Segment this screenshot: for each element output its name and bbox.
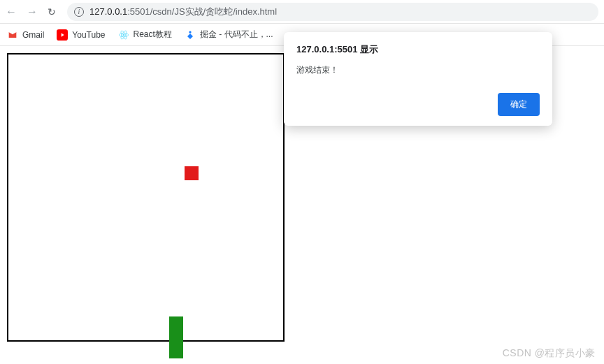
url-path: :5501/csdn/JS实战/贪吃蛇/index.html bbox=[127, 6, 277, 17]
react-icon bbox=[118, 29, 129, 41]
bookmark-react[interactable]: React教程 bbox=[118, 29, 172, 41]
url-host: 127.0.0.1 bbox=[89, 6, 127, 17]
bookmark-label: Gmail bbox=[22, 30, 44, 40]
back-button[interactable]: ← bbox=[6, 6, 17, 18]
url-text: 127.0.0.1:5501/csdn/JS实战/贪吃蛇/index.html bbox=[89, 6, 277, 18]
alert-actions: 确定 bbox=[296, 93, 540, 116]
alert-title: 127.0.0.1:5501 显示 bbox=[296, 43, 540, 56]
bookmark-gmail[interactable]: Gmail bbox=[7, 29, 44, 41]
alert-message: 游戏结束！ bbox=[296, 64, 540, 76]
reload-button[interactable]: ↻ bbox=[48, 6, 56, 17]
gmail-icon bbox=[7, 29, 18, 41]
youtube-icon bbox=[57, 29, 68, 41]
bookmark-label: React教程 bbox=[134, 29, 172, 41]
bookmark-juejin[interactable]: 掘金 - 代码不止，... bbox=[185, 29, 273, 41]
alert-dialog: 127.0.0.1:5501 显示 游戏结束！ 确定 bbox=[284, 32, 552, 126]
site-info-icon[interactable]: i bbox=[74, 7, 84, 17]
watermark: CSDN @程序员小豪 bbox=[503, 347, 596, 360]
bookmark-label: YouTube bbox=[72, 30, 105, 40]
food-block bbox=[185, 166, 199, 180]
svg-point-1 bbox=[122, 34, 124, 36]
nav-controls: ← → ↻ bbox=[6, 6, 56, 18]
juejin-icon bbox=[185, 29, 196, 41]
game-board[interactable] bbox=[7, 53, 285, 342]
bookmark-youtube[interactable]: YouTube bbox=[57, 29, 105, 41]
bookmark-label: 掘金 - 代码不止，... bbox=[200, 29, 273, 41]
snake-body bbox=[169, 316, 183, 358]
forward-button[interactable]: → bbox=[27, 6, 38, 18]
browser-toolbar: ← → ↻ i 127.0.0.1:5501/csdn/JS实战/贪吃蛇/ind… bbox=[0, 0, 604, 24]
alert-confirm-button[interactable]: 确定 bbox=[498, 93, 540, 116]
address-bar[interactable]: i 127.0.0.1:5501/csdn/JS实战/贪吃蛇/index.htm… bbox=[67, 3, 598, 21]
